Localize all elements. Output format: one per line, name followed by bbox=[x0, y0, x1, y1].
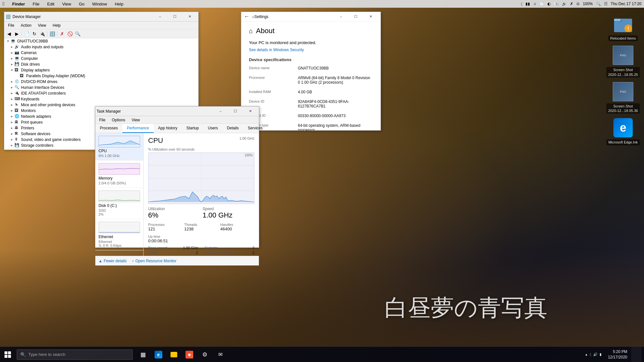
window-controls: − ☐ ✕ bbox=[153, 12, 197, 22]
tree-item-parallels[interactable]: ► 🖼 Parallels Display Adapter (WDDM) bbox=[4, 73, 198, 79]
tb-scan[interactable]: 🔍 bbox=[74, 30, 81, 37]
tb-forward[interactable]: ▶ bbox=[13, 30, 20, 37]
tree-item-hid[interactable]: ► 🔍 Human Interface Devices bbox=[4, 85, 198, 90]
tab-details[interactable]: Details bbox=[223, 124, 243, 133]
edge-taskbar-icon: e bbox=[155, 351, 162, 358]
tm-menu-file[interactable]: File bbox=[97, 117, 108, 123]
tray-chevron[interactable]: ▲ bbox=[585, 353, 588, 356]
apple-menu[interactable]:  bbox=[3, 1, 5, 7]
tree-item-ide[interactable]: ► 🔌 IDE ATA/ATAPI controllers bbox=[4, 90, 198, 96]
tree-item-display[interactable]: ▼ 🖼 Display adapters bbox=[4, 67, 198, 73]
cores-label: Cores: bbox=[148, 251, 158, 255]
security-link[interactable]: See details in Windows Security bbox=[249, 48, 373, 52]
device-id-value: 92A8A9F4-0CD8-4351-9FAA-6127B76CA7B1 bbox=[298, 99, 373, 108]
settings-maximize[interactable]: ☐ bbox=[348, 12, 363, 22]
processes-stat: Processes 121 bbox=[148, 223, 182, 231]
sidebar-ethernet[interactable]: Ethernet Ethernet S: 0 R: 0 Kbps bbox=[95, 219, 143, 250]
menubar-search-icon[interactable]: 🔍 bbox=[596, 2, 601, 6]
menu-file[interactable]: File bbox=[32, 2, 41, 6]
menu-finder[interactable]: Finder bbox=[11, 2, 26, 6]
menu-edit[interactable]: Edit bbox=[46, 2, 56, 6]
tab-services[interactable]: Services bbox=[243, 124, 267, 133]
tb-disable[interactable]: ✗ bbox=[59, 30, 66, 37]
device-manager-titlebar: 🔢 Device Manager − ☐ ✕ bbox=[4, 12, 198, 22]
menu-file[interactable]: File bbox=[5, 23, 17, 28]
taskbar-settings[interactable]: ⚙ bbox=[197, 347, 213, 362]
taskbar-mail[interactable]: ✉ bbox=[213, 347, 228, 362]
tab-startup[interactable]: Startup bbox=[182, 124, 204, 133]
tree-item-computer[interactable]: ► 💻 Computer bbox=[4, 56, 198, 61]
menubar-notification-icon[interactable]: ☷ bbox=[604, 2, 608, 6]
speed-value: 1.00 GHz bbox=[203, 211, 254, 219]
tree-item-audio[interactable]: ► 🔊 Audio inputs and outputs bbox=[4, 44, 198, 50]
sockets-value: 2 bbox=[252, 246, 254, 250]
start-button[interactable] bbox=[0, 347, 15, 362]
desktop-icon-screenshot2[interactable]: PNG Screen Shot2020-12...18.05.36 bbox=[604, 80, 642, 115]
taskbar-task-view[interactable]: ▦ bbox=[135, 347, 151, 362]
tree-item-disk[interactable]: ► 💾 Disk drives bbox=[4, 61, 198, 67]
tb-back[interactable]: ◀ bbox=[5, 30, 13, 37]
tree-label-monitors: Monitors bbox=[21, 108, 36, 113]
svg-rect-14 bbox=[171, 353, 177, 357]
tb-update[interactable]: ↻ bbox=[31, 30, 38, 37]
sidebar-disk[interactable]: Disk 0 (C:) SSD 2% bbox=[95, 188, 143, 219]
tray-clock[interactable]: 5:20 PM 12/17/2020 bbox=[605, 349, 630, 360]
settings-home-icon: ⌂ bbox=[252, 14, 254, 19]
tree-item-dvd[interactable]: ► 💿 DVD/CD-ROM drives bbox=[4, 79, 198, 85]
taskbar-store[interactable]: ■ bbox=[182, 347, 197, 362]
threads-stat: Threads 1238 bbox=[184, 223, 218, 231]
tree-label-display: Display adapters bbox=[21, 68, 50, 72]
cpu-title: CPU bbox=[148, 136, 163, 145]
menubar-network-icon: 〈 bbox=[521, 2, 522, 6]
menu-action[interactable]: Action bbox=[18, 23, 34, 28]
device-name-value: GNATTUOC39BB bbox=[298, 66, 373, 70]
menu-help[interactable]: Help bbox=[113, 2, 125, 6]
taskbar-edge[interactable]: e bbox=[151, 347, 166, 362]
show-desktop-button[interactable] bbox=[631, 347, 641, 362]
taskbar-search[interactable]: 🔍 Type here to search bbox=[17, 349, 133, 360]
open-monitor-icon: ○ bbox=[132, 259, 134, 263]
desktop-icon-relocated[interactable]: ! Relocated Items bbox=[604, 12, 642, 42]
tab-users[interactable]: Users bbox=[203, 124, 222, 133]
tb-driver[interactable]: 🔌 bbox=[39, 30, 46, 37]
settings-minimize[interactable]: − bbox=[334, 12, 348, 22]
tab-performance[interactable]: Performance bbox=[122, 124, 154, 133]
tab-app-history[interactable]: App history bbox=[154, 124, 182, 133]
tb-uninstall[interactable]: 🚫 bbox=[66, 30, 73, 37]
taskbar-explorer[interactable] bbox=[166, 347, 182, 362]
cpu-speed-display: 1.00 GHz bbox=[240, 136, 254, 140]
tb-properties[interactable]: 📄 bbox=[23, 30, 30, 37]
menu-go[interactable]: Go bbox=[78, 2, 86, 6]
menu-help[interactable]: Help bbox=[50, 23, 63, 28]
settings-back-button[interactable]: ← bbox=[244, 13, 250, 20]
desktop-icon-edge[interactable]: e Microsoft Edge.Ink bbox=[604, 116, 642, 146]
tree-root[interactable]: ▼ 💻 GNATTUOC39BB bbox=[4, 38, 198, 44]
tab-processes[interactable]: Processes bbox=[95, 124, 122, 133]
settings-gear-icon: ⚙ bbox=[202, 351, 207, 358]
tree-item-keyboards[interactable]: ► ⌨ Keyboards bbox=[4, 96, 198, 102]
maximize-button[interactable]: ☐ bbox=[167, 12, 182, 22]
sidebar-memory[interactable]: Memory 2.0/4.0 GB (50%) bbox=[95, 161, 143, 188]
desktop-icon-screenshot1[interactable]: PNG Screen Shot2020-12...18.05.25 bbox=[604, 44, 642, 79]
sidebar-cpu-name: CPU bbox=[99, 149, 140, 153]
product-id-value: 00330-80000-00000-AA973 bbox=[298, 114, 373, 118]
cpu-chart: 100% bbox=[148, 153, 254, 204]
tm-menu-view[interactable]: View bbox=[129, 117, 143, 123]
tm-maximize[interactable]: ☐ bbox=[228, 107, 243, 116]
minimize-button[interactable]: − bbox=[153, 12, 167, 22]
menubar-right: 〈 ▮▮ ♫ 🕐 ◐ 🇪🇳 🔊 ✗ ⊙ 100% 🔍 ☷ Thu Dec 17 … bbox=[521, 2, 641, 6]
sidebar-cpu[interactable]: CPU 6% 1.00 GHz bbox=[95, 133, 143, 161]
settings-close[interactable]: ✕ bbox=[363, 12, 378, 22]
menu-window[interactable]: Window bbox=[91, 2, 108, 6]
tm-minimize[interactable]: − bbox=[213, 107, 228, 116]
close-button[interactable]: ✕ bbox=[182, 12, 197, 22]
open-monitor-link[interactable]: ○ Open Resource Monitor bbox=[132, 259, 176, 263]
menu-view[interactable]: View bbox=[35, 23, 49, 28]
tm-close[interactable]: ✕ bbox=[243, 107, 258, 116]
menu-view[interactable]: View bbox=[61, 2, 72, 6]
expand-root[interactable]: ▼ bbox=[5, 39, 11, 44]
tray-volume-icon[interactable]: 🔊 bbox=[593, 352, 598, 357]
tm-menu-options[interactable]: Options bbox=[109, 117, 128, 123]
tree-item-cameras[interactable]: ► 📷 Cameras bbox=[4, 50, 198, 56]
fewer-details-link[interactable]: ▲ Fewer details bbox=[99, 259, 127, 263]
